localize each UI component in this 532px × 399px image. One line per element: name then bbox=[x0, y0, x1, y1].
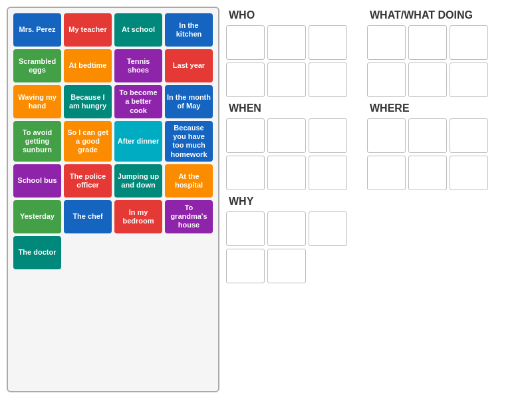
drop-box[interactable] bbox=[408, 63, 447, 97]
drop-box[interactable] bbox=[408, 156, 447, 190]
drop-box[interactable] bbox=[309, 156, 347, 190]
word-tile[interactable]: Mrs. Perez bbox=[13, 13, 61, 47]
drop-box[interactable] bbox=[450, 118, 488, 153]
tile-grid: Mrs. PerezMy teacherAt schoolIn the kitc… bbox=[13, 13, 213, 269]
drop-box[interactable] bbox=[309, 118, 347, 153]
who-title: WHO bbox=[226, 9, 255, 21]
word-tile[interactable]: After dinner bbox=[114, 121, 162, 162]
drop-box[interactable] bbox=[267, 118, 306, 153]
word-tile[interactable]: In my bedroom bbox=[114, 200, 162, 233]
what-title: WHAT/WHAT DOING bbox=[367, 9, 473, 21]
where-title: WHERE bbox=[367, 102, 410, 114]
when-drop-row-1 bbox=[226, 118, 347, 153]
drop-box[interactable] bbox=[267, 249, 306, 283]
what-drop-row-2 bbox=[367, 63, 488, 97]
when-drop-row-2 bbox=[226, 156, 347, 190]
word-tile[interactable]: So I can get a good grade bbox=[64, 121, 112, 162]
what-drop-row-1 bbox=[367, 25, 488, 60]
sorting-panel: WHO WHAT/WHAT DOING bbox=[226, 7, 525, 392]
when-drop-grid bbox=[226, 118, 347, 190]
who-section: WHO bbox=[226, 9, 347, 97]
drop-box[interactable] bbox=[309, 211, 347, 246]
word-tile[interactable]: Because you have too much homework bbox=[165, 121, 213, 162]
word-tile[interactable]: To become a better cook bbox=[114, 85, 162, 118]
word-tile[interactable]: In the kitchen bbox=[165, 13, 213, 47]
drop-box[interactable] bbox=[367, 118, 406, 153]
where-drop-row-1 bbox=[367, 118, 488, 153]
who-drop-row-2 bbox=[226, 63, 347, 97]
word-tile[interactable]: To avoid getting sunburn bbox=[13, 121, 61, 162]
word-tile[interactable]: Yesterday bbox=[13, 200, 61, 233]
when-section: WHEN bbox=[226, 102, 347, 190]
word-tile[interactable]: The police officer bbox=[64, 164, 112, 198]
where-drop-grid bbox=[367, 118, 488, 190]
word-tile[interactable]: School bus bbox=[13, 164, 61, 198]
drop-box[interactable] bbox=[267, 25, 306, 60]
drop-box[interactable] bbox=[226, 63, 265, 97]
what-drop-grid bbox=[367, 25, 488, 97]
who-drop-row-1 bbox=[226, 25, 347, 60]
drop-box[interactable] bbox=[226, 156, 265, 190]
drop-box[interactable] bbox=[408, 118, 447, 153]
word-tile[interactable]: To grandma's house bbox=[165, 200, 213, 233]
why-drop-grid bbox=[226, 211, 347, 283]
word-tile[interactable]: The doctor bbox=[13, 236, 61, 269]
why-title: WHY bbox=[226, 196, 253, 207]
drop-box[interactable] bbox=[309, 25, 347, 60]
word-tile[interactable]: Last year bbox=[165, 49, 213, 82]
drop-box[interactable] bbox=[450, 63, 488, 97]
why-drop-row-2 bbox=[226, 249, 347, 283]
drop-box[interactable] bbox=[226, 249, 265, 283]
drop-box[interactable] bbox=[226, 211, 265, 246]
who-drop-grid bbox=[226, 25, 347, 97]
word-tile[interactable]: Waving my hand bbox=[13, 85, 61, 118]
drop-box[interactable] bbox=[267, 63, 306, 97]
word-tile[interactable]: Because I am hungry bbox=[64, 85, 112, 118]
where-drop-row-2 bbox=[367, 156, 488, 190]
word-tile[interactable]: Scrambled eggs bbox=[13, 49, 61, 82]
word-tile[interactable]: In the month of May bbox=[165, 85, 213, 118]
mid-sort-row: WHEN WHERE bbox=[226, 102, 525, 190]
bot-sort-row: WHY bbox=[226, 196, 525, 283]
word-tile[interactable]: At school bbox=[114, 13, 162, 47]
top-sort-row: WHO WHAT/WHAT DOING bbox=[226, 9, 525, 97]
drop-box[interactable] bbox=[367, 25, 406, 60]
drop-box[interactable] bbox=[408, 25, 447, 60]
word-tile[interactable]: My teacher bbox=[64, 13, 112, 47]
word-tile[interactable]: At the hospital bbox=[165, 164, 213, 198]
drop-box[interactable] bbox=[450, 156, 488, 190]
drop-box[interactable] bbox=[367, 156, 406, 190]
word-tile[interactable]: Jumping up and down bbox=[114, 164, 162, 198]
word-tile[interactable]: Tennis shoes bbox=[114, 49, 162, 82]
when-title: WHEN bbox=[226, 102, 261, 114]
word-tile[interactable]: At bedtime bbox=[64, 49, 112, 82]
drop-box[interactable] bbox=[450, 25, 488, 60]
what-section: WHAT/WHAT DOING bbox=[367, 9, 488, 97]
word-tiles-panel: Mrs. PerezMy teacherAt schoolIn the kitc… bbox=[7, 7, 219, 392]
drop-box[interactable] bbox=[367, 63, 406, 97]
drop-box[interactable] bbox=[267, 156, 306, 190]
where-section: WHERE bbox=[367, 102, 488, 190]
drop-box[interactable] bbox=[226, 118, 265, 153]
word-tile[interactable]: The chef bbox=[64, 200, 112, 233]
drop-box[interactable] bbox=[309, 63, 347, 97]
drop-box[interactable] bbox=[267, 211, 306, 246]
why-section: WHY bbox=[226, 196, 347, 283]
drop-box[interactable] bbox=[226, 25, 265, 60]
why-drop-row-1 bbox=[226, 211, 347, 246]
